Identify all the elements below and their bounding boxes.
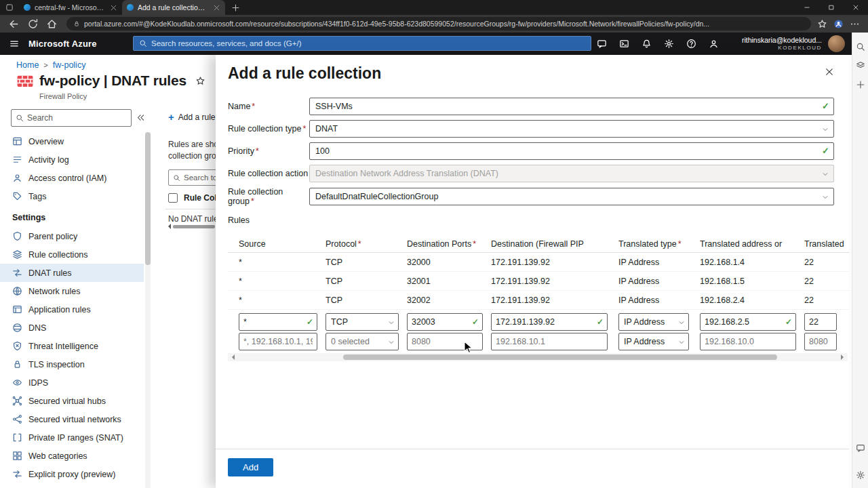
translated-port-input[interactable] — [804, 333, 837, 350]
name-input[interactable] — [309, 98, 834, 115]
destination-input[interactable] — [491, 313, 608, 331]
rules-hscrollbar-thumb[interactable] — [343, 354, 777, 360]
new-tab-icon[interactable] — [231, 3, 240, 12]
sidebar-collapse-icon[interactable] — [136, 113, 145, 122]
select-all-checkbox[interactable] — [168, 193, 178, 203]
help-icon[interactable] — [686, 39, 696, 49]
chevron-down-icon — [822, 194, 829, 201]
sidebar-item-access-control-iam[interactable]: Access control (IAM) — [0, 169, 144, 187]
browser-profile-icon[interactable] — [833, 19, 844, 29]
sidebar-item-rule-collections[interactable]: Rule collections — [0, 245, 144, 264]
priority-input[interactable] — [309, 142, 834, 160]
favorite-icon[interactable] — [817, 19, 827, 29]
mini-hscrollbar-thumb[interactable] — [173, 225, 215, 228]
translated-address-input[interactable] — [700, 313, 796, 331]
column-header: Source — [228, 236, 319, 252]
sidebar-search[interactable] — [11, 109, 132, 127]
refresh-icon[interactable] — [27, 18, 39, 30]
browser-tab-1[interactable]: central-fw - Microsoft Azure — [19, 0, 122, 15]
sidebar-item-overview[interactable]: Overview — [0, 132, 144, 150]
home-icon[interactable] — [46, 18, 58, 30]
destination-input[interactable] — [491, 333, 608, 350]
sidebar-item-tls-inspection[interactable]: TLS inspection — [0, 355, 144, 373]
mini-hscrollbar[interactable] — [165, 224, 215, 229]
parent-policy-icon — [12, 231, 22, 241]
column-header: Destination Ports* — [401, 236, 487, 252]
source-input[interactable] — [239, 333, 317, 350]
cloud-shell-icon[interactable] — [619, 39, 629, 49]
required-asterisk: * — [256, 146, 259, 156]
favorite-resource-icon[interactable] — [195, 76, 205, 86]
edge-chat-icon[interactable] — [856, 443, 865, 453]
avatar[interactable] — [828, 35, 845, 52]
sidebar-scrollbar-thumb[interactable] — [145, 132, 151, 265]
name-label: Name* — [228, 102, 309, 111]
global-search-input[interactable] — [151, 39, 585, 47]
sidebar-item-explicit-proxy-preview[interactable]: Explicit proxy (preview) — [0, 465, 144, 483]
sidebar-item-dns[interactable]: DNS — [0, 319, 144, 337]
sidebar-item-tags[interactable]: Tags — [0, 187, 144, 205]
breadcrumb-home[interactable]: Home — [16, 60, 39, 70]
url-bar[interactable]: portal.azure.com/#@KodeKloudlab.onmicros… — [66, 17, 811, 30]
add-button[interactable]: Add — [228, 458, 273, 476]
scroll-right-icon[interactable] — [841, 354, 846, 360]
sidebar-item-threat-intelligence[interactable]: Threat Intelligence — [0, 337, 144, 355]
rules-table: SourceProtocol*Destination Ports*Destina… — [228, 236, 849, 350]
edge-settings-icon[interactable] — [856, 470, 865, 480]
edge-tools-icon[interactable] — [856, 61, 865, 70]
sidebar-item-idps[interactable]: IDPS — [0, 373, 144, 392]
azure-header: Microsoft Azure rithinskaria@kodekloud..… — [0, 33, 852, 55]
sidebar-item-application-rules[interactable]: Application rules — [0, 300, 144, 319]
sidebar-item-dnat-rules[interactable]: DNAT rules — [0, 264, 144, 282]
close-window-button[interactable] — [844, 0, 868, 15]
tab-close-icon[interactable] — [110, 4, 117, 12]
rule-cell: * — [228, 291, 319, 309]
tab-actions-icon[interactable] — [5, 3, 14, 12]
sidebar-item-parent-policy[interactable]: Parent policy — [0, 227, 144, 245]
panel-close-icon[interactable] — [825, 67, 834, 77]
sidebar-item-private-ip-ranges-snat[interactable]: Private IP ranges (SNAT) — [0, 428, 144, 447]
sidebar-item-web-categories[interactable]: Web categories — [0, 447, 144, 465]
protocol-select[interactable]: 0 selected — [326, 333, 399, 350]
sidebar-search-input[interactable] — [27, 113, 127, 123]
rule-collection-group-select[interactable]: DefaultDnatRuleCollectionGroup — [309, 188, 834, 205]
notifications-icon[interactable] — [642, 39, 652, 49]
back-icon[interactable] — [8, 18, 20, 30]
edge-search-icon[interactable] — [856, 42, 865, 52]
sidebar-item-secured-virtual-hubs[interactable]: Secured virtual hubs — [0, 392, 144, 410]
settings-icon[interactable] — [664, 39, 674, 49]
sidebar-item-network-rules[interactable]: Network rules — [0, 282, 144, 300]
feedback-icon[interactable] — [709, 39, 719, 49]
window-controls — [795, 0, 868, 15]
translated-port-input[interactable] — [804, 313, 837, 331]
maximize-button[interactable] — [819, 0, 844, 15]
scroll-left-icon[interactable] — [165, 224, 171, 229]
translated-type-select[interactable]: IP Address — [618, 313, 689, 331]
tab-close-icon[interactable] — [213, 4, 220, 12]
hamburger-menu-icon[interactable] — [9, 39, 20, 49]
azure-favicon — [24, 4, 31, 11]
rule-cell: 192.168.2.4 — [694, 291, 800, 309]
copilot-icon[interactable] — [597, 39, 607, 49]
rule-cell: * — [228, 272, 319, 290]
translated-type-select[interactable]: IP Address — [618, 333, 689, 350]
sidebar-item-secured-virtual-networks[interactable]: Secured virtual networks — [0, 410, 144, 428]
add-rule-collection-button[interactable]: + Add a rule — [168, 112, 215, 122]
required-asterisk: * — [251, 197, 254, 206]
minimize-button[interactable] — [795, 0, 819, 15]
destination-ports-input[interactable] — [407, 333, 483, 350]
browser-menu-icon[interactable] — [850, 19, 860, 29]
browser-tab-2[interactable]: Add a rule collection - Micro... — [122, 0, 225, 15]
sidebar-item-properties[interactable]: Properties — [0, 483, 144, 488]
source-input[interactable] — [239, 313, 317, 331]
breadcrumb-current[interactable]: fw-policy — [53, 60, 86, 70]
edge-add-icon[interactable] — [856, 80, 865, 89]
sidebar-scrollbar[interactable] — [145, 132, 151, 488]
scroll-left-icon[interactable] — [229, 354, 235, 360]
translated-address-input[interactable] — [700, 333, 796, 350]
protocol-select[interactable]: TCP — [326, 313, 399, 331]
sidebar-item-activity-log[interactable]: Activity log — [0, 150, 144, 169]
global-search[interactable] — [133, 36, 591, 51]
rule-collection-type-select[interactable]: DNAT — [309, 120, 834, 138]
rules-hscrollbar[interactable] — [228, 353, 848, 361]
